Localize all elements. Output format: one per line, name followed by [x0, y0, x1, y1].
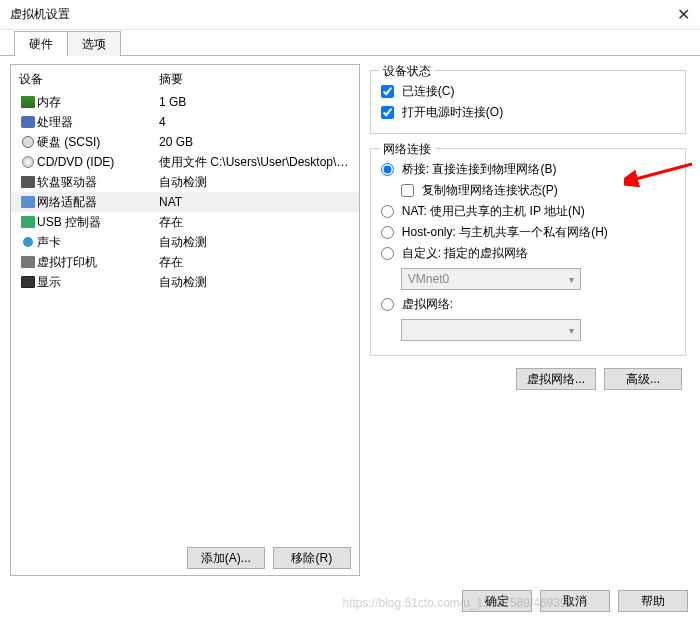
device-icon: [19, 216, 37, 228]
device-summary: 自动检测: [159, 274, 351, 291]
device-icon: [19, 96, 37, 108]
nat-input[interactable]: [381, 205, 394, 218]
device-name: CD/DVD (IDE): [37, 155, 159, 169]
header-device: 设备: [19, 71, 159, 88]
device-name: 内存: [37, 94, 159, 111]
tab-hardware[interactable]: 硬件: [14, 31, 68, 56]
custom-label: 自定义: 指定的虚拟网络: [402, 245, 529, 262]
device-name: 网络适配器: [37, 194, 159, 211]
custom-network-value: VMnet0: [408, 272, 449, 286]
hostonly-radio[interactable]: Host-only: 与主机共享一个私有网络(H): [381, 222, 675, 243]
network-connection-group: 网络连接 桥接: 直接连接到物理网络(B) 复制物理网络连接状态(P) NAT:…: [370, 148, 686, 356]
device-row[interactable]: CD/DVD (IDE)使用文件 C:\Users\User\Desktop\C…: [11, 152, 359, 172]
connected-label: 已连接(C): [402, 83, 455, 100]
bridged-label: 桥接: 直接连接到物理网络(B): [402, 161, 557, 178]
custom-input[interactable]: [381, 247, 394, 260]
virtual-network-combo: ▾: [401, 319, 581, 341]
connected-input[interactable]: [381, 85, 394, 98]
virtual-network-button[interactable]: 虚拟网络...: [516, 368, 596, 390]
custom-network-combo: VMnet0 ▾: [401, 268, 581, 290]
cancel-button[interactable]: 取消: [540, 590, 610, 612]
device-row[interactable]: 虚拟打印机存在: [11, 252, 359, 272]
device-summary: 使用文件 C:\Users\User\Desktop\C...: [159, 154, 351, 171]
device-name: 处理器: [37, 114, 159, 131]
connected-checkbox[interactable]: 已连接(C): [381, 81, 675, 102]
virtual-network-input[interactable]: [381, 298, 394, 311]
nat-label: NAT: 使用已共享的主机 IP 地址(N): [402, 203, 585, 220]
device-icon: [19, 196, 37, 208]
nat-radio[interactable]: NAT: 使用已共享的主机 IP 地址(N): [381, 201, 675, 222]
connect-poweron-input[interactable]: [381, 106, 394, 119]
device-summary: 20 GB: [159, 135, 351, 149]
right-buttons: 虚拟网络... 高级...: [370, 364, 686, 390]
device-summary: 自动检测: [159, 234, 351, 251]
device-icon: [19, 136, 37, 148]
remove-button[interactable]: 移除(R): [273, 547, 351, 569]
device-icon: [19, 256, 37, 268]
main-area: 设备 摘要 内存1 GB处理器4硬盘 (SCSI)20 GBCD/DVD (ID…: [0, 56, 700, 576]
device-name: USB 控制器: [37, 214, 159, 231]
device-row[interactable]: 网络适配器NAT: [11, 192, 359, 212]
window-title: 虚拟机设置: [10, 6, 70, 23]
device-icon: [19, 156, 37, 168]
device-row[interactable]: 软盘驱动器自动检测: [11, 172, 359, 192]
custom-radio[interactable]: 自定义: 指定的虚拟网络: [381, 243, 675, 264]
chevron-down-icon: ▾: [569, 274, 574, 285]
device-row[interactable]: 内存1 GB: [11, 92, 359, 112]
device-name: 硬盘 (SCSI): [37, 134, 159, 151]
connect-poweron-checkbox[interactable]: 打开电源时连接(O): [381, 102, 675, 123]
connect-poweron-label: 打开电源时连接(O): [402, 104, 503, 121]
device-list-header: 设备 摘要: [11, 65, 359, 92]
replicate-checkbox[interactable]: 复制物理网络连接状态(P): [381, 180, 675, 201]
device-summary: 存在: [159, 214, 351, 231]
titlebar: 虚拟机设置 ✕: [0, 0, 700, 30]
replicate-input[interactable]: [401, 184, 414, 197]
chevron-down-icon: ▾: [569, 325, 574, 336]
device-icon: [19, 276, 37, 288]
device-list-buttons: 添加(A)... 移除(R): [11, 541, 359, 569]
device-name: 虚拟打印机: [37, 254, 159, 271]
device-state-group: 设备状态 已连接(C) 打开电源时连接(O): [370, 70, 686, 134]
dialog-buttons: 确定 取消 帮助: [462, 590, 688, 612]
ok-button[interactable]: 确定: [462, 590, 532, 612]
device-icon: [19, 237, 37, 247]
add-button[interactable]: 添加(A)...: [187, 547, 265, 569]
bridged-input[interactable]: [381, 163, 394, 176]
virtual-network-label: 虚拟网络:: [402, 296, 453, 313]
device-name: 显示: [37, 274, 159, 291]
network-legend: 网络连接: [379, 141, 435, 158]
device-list[interactable]: 内存1 GB处理器4硬盘 (SCSI)20 GBCD/DVD (IDE)使用文件…: [11, 92, 359, 541]
settings-panel: 设备状态 已连接(C) 打开电源时连接(O) 网络连接 桥接: 直接连接到物理网…: [370, 64, 690, 576]
virtual-network-radio[interactable]: 虚拟网络:: [381, 294, 675, 315]
hostonly-label: Host-only: 与主机共享一个私有网络(H): [402, 224, 608, 241]
bridged-radio[interactable]: 桥接: 直接连接到物理网络(B): [381, 159, 675, 180]
device-icon: [19, 116, 37, 128]
device-row[interactable]: 显示自动检测: [11, 272, 359, 292]
close-icon[interactable]: ✕: [677, 5, 690, 24]
device-summary: 自动检测: [159, 174, 351, 191]
device-row[interactable]: 处理器4: [11, 112, 359, 132]
replicate-label: 复制物理网络连接状态(P): [422, 182, 558, 199]
device-summary: 1 GB: [159, 95, 351, 109]
device-state-legend: 设备状态: [379, 63, 435, 80]
device-name: 软盘驱动器: [37, 174, 159, 191]
advanced-button[interactable]: 高级...: [604, 368, 682, 390]
device-summary: 存在: [159, 254, 351, 271]
device-row[interactable]: 声卡自动检测: [11, 232, 359, 252]
device-row[interactable]: USB 控制器存在: [11, 212, 359, 232]
tabs: 硬件 选项: [0, 30, 700, 56]
device-name: 声卡: [37, 234, 159, 251]
tab-options[interactable]: 选项: [67, 31, 121, 56]
header-summary: 摘要: [159, 71, 183, 88]
device-summary: NAT: [159, 195, 351, 209]
device-summary: 4: [159, 115, 351, 129]
hostonly-input[interactable]: [381, 226, 394, 239]
device-row[interactable]: 硬盘 (SCSI)20 GB: [11, 132, 359, 152]
device-list-panel: 设备 摘要 内存1 GB处理器4硬盘 (SCSI)20 GBCD/DVD (ID…: [10, 64, 360, 576]
help-button[interactable]: 帮助: [618, 590, 688, 612]
device-icon: [19, 176, 37, 188]
